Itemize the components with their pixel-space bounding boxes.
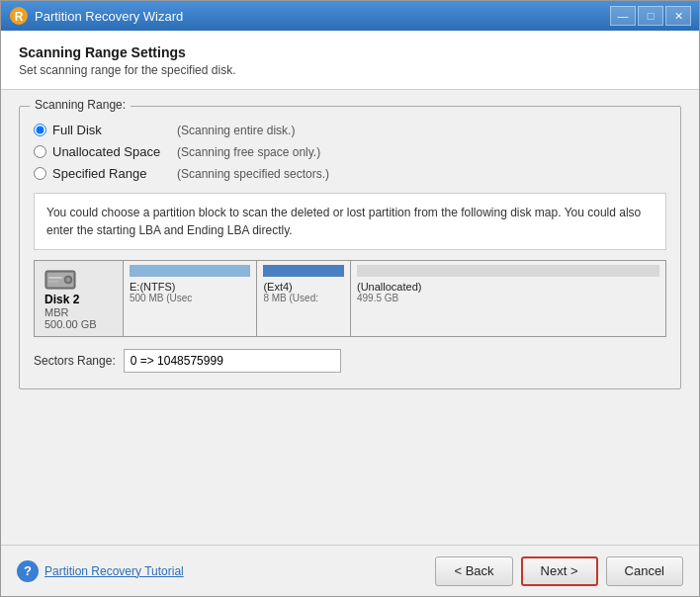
- window-controls: — □ ✕: [610, 6, 691, 26]
- radio-full-disk-label: Full Disk: [52, 123, 171, 137]
- ext4-name: (Ext4): [263, 281, 344, 293]
- radio-unallocated[interactable]: Unallocated Space (Scanning free space o…: [34, 144, 666, 159]
- footer-left: ? Partition Recovery Tutorial: [17, 560, 435, 582]
- sectors-input[interactable]: [124, 349, 341, 373]
- page-header: Scanning Range Settings Set scanning ran…: [1, 31, 699, 90]
- partition-ntfs[interactable]: E:(NTFS) 500 MB (Usec: [124, 261, 257, 336]
- radio-specified-range-desc: (Scanning specified sectors.): [177, 167, 329, 181]
- main-window: R Partition Recovery Wizard — □ ✕ Scanni…: [0, 0, 700, 597]
- help-link[interactable]: Partition Recovery Tutorial: [44, 564, 184, 578]
- partition-ext4[interactable]: (Ext4) 8 MB (Used:: [257, 261, 351, 336]
- ext4-detail: 8 MB (Used:: [263, 293, 344, 303]
- radio-specified-range[interactable]: Specified Range (Scanning specified sect…: [34, 166, 666, 181]
- radio-specified-range-input[interactable]: [34, 167, 46, 180]
- partition-cells: E:(NTFS) 500 MB (Usec (Ext4) 8 MB (Used:…: [124, 261, 665, 336]
- unalloc-detail: 499.5 GB: [357, 293, 659, 303]
- ntfs-name: E:(NTFS): [130, 281, 250, 293]
- ext4-bar: [263, 265, 344, 277]
- page-title: Scanning Range Settings: [19, 44, 681, 60]
- next-button[interactable]: Next >: [521, 556, 598, 586]
- page-subtitle: Set scanning range for the specified dis…: [19, 63, 681, 77]
- close-button[interactable]: ✕: [665, 6, 691, 26]
- radio-group: Full Disk (Scanning entire disk.) Unallo…: [34, 123, 666, 181]
- disk-info-cell: Disk 2 MBR 500.00 GB: [35, 261, 124, 336]
- hdd-icon: [44, 267, 76, 293]
- app-icon: R: [9, 6, 29, 26]
- title-bar: R Partition Recovery Wizard — □ ✕: [1, 1, 699, 31]
- radio-unallocated-input[interactable]: [34, 145, 46, 158]
- radio-full-disk-desc: (Scanning entire disk.): [177, 124, 295, 137]
- back-button[interactable]: < Back: [435, 556, 512, 586]
- svg-text:R: R: [15, 10, 24, 24]
- disk-size: 500.00 GB: [44, 318, 97, 330]
- radio-full-disk[interactable]: Full Disk (Scanning entire disk.): [34, 123, 666, 137]
- maximize-button[interactable]: □: [638, 6, 663, 26]
- disk-icon-group: [44, 267, 76, 293]
- info-box: You could choose a partition block to sc…: [34, 193, 666, 250]
- disk-map: Disk 2 MBR 500.00 GB E:(NTFS) 500 MB (Us…: [34, 260, 666, 337]
- help-icon[interactable]: ?: [17, 560, 39, 582]
- partition-unallocated[interactable]: (Unallocated) 499.5 GB: [351, 261, 665, 336]
- info-text: You could choose a partition block to sc…: [46, 206, 641, 237]
- svg-rect-7: [48, 281, 58, 283]
- sectors-row: Sectors Range:: [34, 349, 666, 373]
- scanning-range-group: Scanning Range: Full Disk (Scanning enti…: [19, 106, 681, 389]
- group-legend: Scanning Range:: [30, 98, 131, 112]
- disk-name: Disk 2: [44, 293, 79, 306]
- footer: ? Partition Recovery Tutorial < Back Nex…: [1, 545, 699, 596]
- radio-specified-range-label: Specified Range: [52, 166, 171, 181]
- radio-full-disk-input[interactable]: [34, 124, 46, 136]
- svg-rect-6: [48, 277, 62, 279]
- unalloc-bar: [357, 265, 659, 277]
- cancel-button[interactable]: Cancel: [606, 556, 683, 586]
- window-title: Partition Recovery Wizard: [35, 9, 610, 24]
- radio-unallocated-desc: (Scanning free space only.): [177, 145, 320, 159]
- content-area: Scanning Range: Full Disk (Scanning enti…: [1, 90, 699, 545]
- ntfs-detail: 500 MB (Usec: [130, 293, 250, 303]
- disk-type: MBR: [44, 306, 68, 318]
- ntfs-bar: [130, 265, 250, 277]
- footer-buttons: < Back Next > Cancel: [435, 556, 683, 586]
- svg-point-5: [66, 278, 70, 282]
- sectors-label: Sectors Range:: [34, 354, 116, 368]
- radio-unallocated-label: Unallocated Space: [52, 144, 171, 159]
- minimize-button[interactable]: —: [610, 6, 636, 26]
- unalloc-name: (Unallocated): [357, 281, 659, 293]
